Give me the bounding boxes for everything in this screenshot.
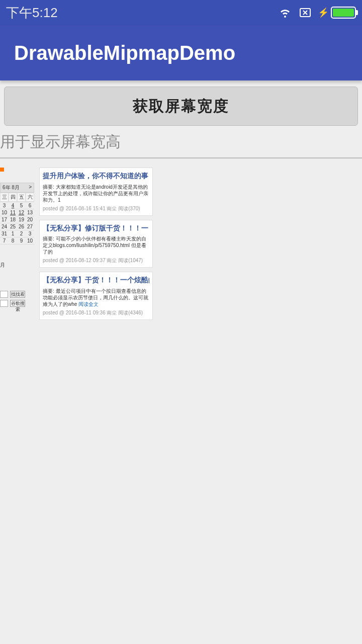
read-more-link[interactable]: 阅读全文	[78, 301, 99, 307]
calendar-row: 10 11 12 13	[0, 209, 34, 216]
calendar-header: 6年 8月 >	[0, 183, 34, 193]
calendar-day[interactable]: 3	[26, 230, 34, 237]
get-screen-width-button[interactable]: 获取屏幕宽度	[4, 87, 358, 126]
weekday: 五	[17, 193, 26, 202]
sidebar-month-label: 月	[0, 260, 34, 271]
sidebar: 6年 8月 > 三 四 五 六 3 4 5 6 10 11 12 13 17 1…	[0, 168, 34, 324]
calendar-day[interactable]: 7	[0, 237, 9, 244]
calendar-day[interactable]: 10	[0, 209, 9, 216]
rss-icon[interactable]	[0, 168, 4, 172]
x-box-icon	[298, 7, 313, 19]
status-time: 下午5:12	[6, 4, 58, 22]
post-summary: 摘要: 大家都知道无论是android开发还是其他的开发节上的处理，或许能让你的…	[43, 184, 149, 203]
calendar-day[interactable]: 17	[0, 216, 9, 223]
calendar-row: 3 4 5 6	[0, 202, 34, 209]
calendar-day[interactable]: 31	[0, 230, 9, 237]
calendar-title: 6年 8月	[3, 184, 20, 191]
calendar-day[interactable]: 1	[9, 230, 17, 237]
calendar-day[interactable]: 8	[9, 237, 17, 244]
calendar-row: 7 8 9 10	[0, 237, 34, 245]
posts-list: 提升用户体验，你不得不知道的事 摘要: 大家都知道无论是android开发还是其…	[39, 168, 153, 324]
calendar-day[interactable]: 18	[9, 216, 17, 223]
calendar-day[interactable]: 10	[26, 237, 34, 244]
calendar-day[interactable]: 11	[9, 209, 17, 216]
search-row-2: 谷歌搜索	[0, 300, 34, 307]
status-icons: ⚡	[278, 7, 356, 19]
calendar-day[interactable]: 4	[9, 202, 17, 209]
post-item[interactable]: 【无私分享】干货！！！一个炫酷的 摘要: 最近公司项目中有一个按日期查看信息的功…	[39, 272, 153, 320]
search-row-1: 找找看	[0, 291, 34, 298]
weekday: 三	[0, 193, 9, 202]
calendar-day[interactable]: 6	[26, 202, 34, 209]
post-summary: 摘要: 可能不少的小伙伴都有看楼主昨天发的自定义blogs.com/liushi…	[43, 235, 149, 255]
calendar-day[interactable]: 19	[17, 216, 26, 223]
app-bar: DrawableMipmapDemo	[0, 25, 362, 80]
calendar-day[interactable]: 25	[9, 223, 17, 230]
calendar-day[interactable]: 12	[17, 209, 26, 216]
calendar-day[interactable]: 24	[0, 223, 9, 230]
weekday: 四	[9, 193, 17, 202]
search-button[interactable]: 找找看	[10, 291, 25, 298]
search-input-2[interactable]	[0, 300, 8, 307]
post-summary: 摘要: 最近公司项目中有一个按日期查看信息的功能必须显示农历节债日，周几什么的。…	[43, 288, 149, 307]
calendar-day[interactable]: 2	[17, 230, 26, 237]
post-title[interactable]: 【无私分享】干货！！！一个炫酷的	[43, 275, 149, 285]
calendar-row: 17 18 19 20	[0, 216, 34, 223]
app-title: DrawableMipmapDemo	[14, 42, 235, 64]
calendar-day[interactable]: 3	[0, 202, 9, 209]
search-input-1[interactable]	[0, 291, 8, 298]
google-search-button[interactable]: 谷歌搜索	[10, 300, 25, 307]
content-area: 6年 8月 > 三 四 五 六 3 4 5 6 10 11 12 13 17 1…	[0, 158, 362, 324]
post-meta: posted @ 2016-08-12 09:37 南尘 阅读(1047)	[43, 257, 149, 264]
charging-icon: ⚡	[318, 7, 329, 18]
post-meta: posted @ 2016-08-16 15:41 南尘 阅读(370)	[43, 205, 149, 212]
calendar-day[interactable]: 9	[17, 237, 26, 244]
calendar-day[interactable]: 5	[17, 202, 26, 209]
calendar-day[interactable]: 13	[26, 209, 34, 216]
post-item[interactable]: 提升用户体验，你不得不知道的事 摘要: 大家都知道无论是android开发还是其…	[39, 168, 153, 216]
calendar-day[interactable]: 20	[26, 216, 34, 223]
calendar-row: 24 25 26 27	[0, 223, 34, 230]
calendar-day[interactable]: 26	[17, 223, 26, 230]
screen-dimensions-label: 用于显示屏幕宽高	[0, 130, 362, 158]
post-title[interactable]: 提升用户体验，你不得不知道的事	[43, 171, 149, 181]
status-bar: 下午5:12 ⚡	[0, 0, 362, 25]
weekday: 六	[26, 193, 34, 202]
calendar-row: 31 1 2 3	[0, 230, 34, 237]
post-meta: posted @ 2016-08-11 09:36 南尘 阅读(4346)	[43, 309, 149, 316]
post-title[interactable]: 【无私分享】修订版干货！！！一	[43, 223, 149, 233]
wifi-icon	[278, 7, 293, 19]
calendar-day[interactable]: 27	[26, 223, 34, 230]
battery-indicator: ⚡	[318, 7, 356, 19]
post-item[interactable]: 【无私分享】修订版干货！！！一 摘要: 可能不少的小伙伴都有看楼主昨天发的自定义…	[39, 220, 153, 268]
calendar-week-header: 三 四 五 六	[0, 193, 34, 202]
calendar-next[interactable]: >	[29, 184, 32, 191]
